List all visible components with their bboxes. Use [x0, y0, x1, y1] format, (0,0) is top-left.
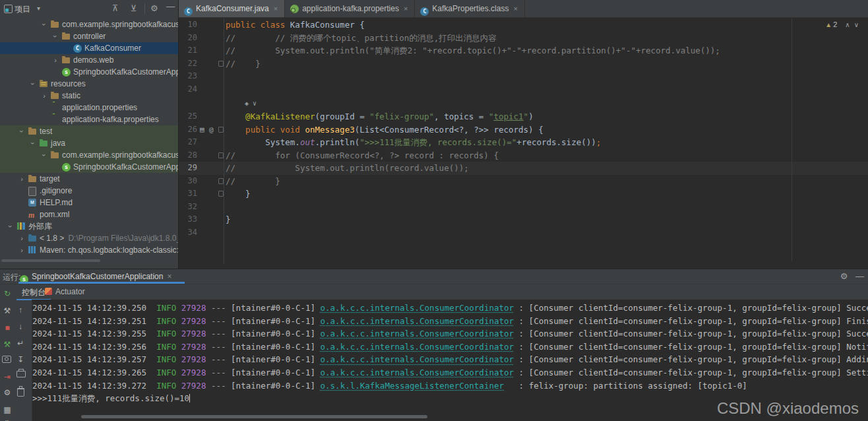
- thread-dump-camera-icon[interactable]: [2, 356, 11, 363]
- code-line[interactable]: 29// System.out.println(record.value());: [179, 162, 868, 175]
- tree-item[interactable]: ›demos.web: [0, 54, 178, 66]
- close-icon[interactable]: ×: [404, 5, 408, 13]
- chevron-right-icon[interactable]: ›: [51, 54, 59, 66]
- tree-item[interactable]: ›controller: [0, 30, 178, 42]
- code-area[interactable]: 10public class KafkaConsumer {20// // 消费…: [179, 18, 868, 269]
- code-line[interactable]: 33}: [179, 213, 868, 226]
- tree-item[interactable]: ›java: [0, 137, 178, 149]
- chevron-down-icon[interactable]: ›: [27, 139, 39, 147]
- gear-icon[interactable]: ⚙: [840, 271, 848, 281]
- line-number: 22: [179, 57, 197, 71]
- expand-all-icon[interactable]: ⊼: [112, 3, 119, 13]
- tree-item[interactable]: sSpringbootKafkaCustomerApp: [0, 161, 178, 173]
- code-line[interactable]: 10public class KafkaConsumer {: [179, 18, 868, 32]
- close-icon[interactable]: ×: [167, 272, 171, 281]
- fold-marker-icon[interactable]: [218, 191, 224, 197]
- code-line[interactable]: 27 System.out.println(">>>111批量消费, recor…: [179, 136, 868, 149]
- tab-actuator[interactable]: Actuator: [55, 287, 85, 296]
- tree-item[interactable]: ›< 1.8 >D:\Program Files\Java\jdk1.8.0_3…: [0, 232, 178, 244]
- tree-item[interactable]: ›test: [0, 125, 178, 137]
- tree-item[interactable]: sSpringbootKafkaCustomerApp: [0, 66, 178, 78]
- more-icon[interactable]: »: [2, 416, 13, 421]
- chevron-right-icon[interactable]: ›: [40, 90, 48, 102]
- soft-wrap-icon[interactable]: ↵: [15, 338, 26, 348]
- kafka-listener-gutter-icon[interactable]: ▤: [200, 123, 204, 137]
- chevron-down-icon[interactable]: ›: [38, 151, 50, 159]
- settings-gear-icon[interactable]: ⚙: [2, 387, 13, 398]
- close-icon[interactable]: ×: [274, 5, 278, 13]
- tree-item[interactable]: ›com.example.springbootkafkacus: [0, 149, 178, 161]
- tree-item[interactable]: ›resources: [0, 78, 178, 90]
- tree-item[interactable]: application-kafka.properties: [0, 113, 178, 125]
- run-panel-header: 运行: sSpringbootKafkaCustomerApplication×…: [0, 269, 868, 284]
- prev-warning-icon[interactable]: ∧: [845, 21, 850, 28]
- console-horizontal-scrollbar[interactable]: [81, 415, 427, 418]
- editor-tab[interactable]: CKafkaConsumer.java×: [179, 0, 285, 17]
- chevron-down-icon[interactable]: ›: [16, 127, 28, 135]
- fold-marker-icon[interactable]: [218, 152, 224, 158]
- down-icon[interactable]: ↓: [15, 321, 26, 332]
- code-line[interactable]: 23: [179, 70, 868, 83]
- tree-item[interactable]: mpom.xml: [0, 209, 178, 220]
- up-icon[interactable]: ↑: [15, 305, 26, 315]
- tree-item[interactable]: application.properties: [0, 102, 178, 113]
- hide-panel-icon[interactable]: —: [166, 1, 175, 11]
- scroll-end-icon[interactable]: ↧: [15, 354, 26, 365]
- inspections-widget[interactable]: ▲2∧∨: [825, 20, 859, 28]
- chevron-right-icon[interactable]: ›: [18, 244, 26, 256]
- chevron-down-icon[interactable]: ›: [27, 80, 39, 88]
- project-panel-header: 项目 ▾ ⊼ ⊻ ⚙ —: [0, 0, 178, 17]
- console-tab-bar: 控制台 Actuator: [0, 284, 868, 300]
- tree-item[interactable]: ›com.example.springbootkafkacus: [0, 18, 178, 30]
- hide-panel-icon[interactable]: —: [855, 271, 864, 281]
- next-warning-icon[interactable]: ∨: [854, 21, 859, 28]
- code-line[interactable]: 32: [179, 201, 868, 214]
- tree-item[interactable]: ›外部库: [0, 220, 178, 232]
- code-line[interactable]: 34: [179, 226, 868, 240]
- code-line[interactable]: 28// for (ConsumerRecord<?, ?> record : …: [179, 149, 868, 162]
- fold-marker-icon[interactable]: [218, 127, 224, 133]
- tree-horizontal-scrollbar[interactable]: [1, 259, 100, 262]
- rerun-icon[interactable]: ↻: [2, 288, 13, 299]
- tree-item[interactable]: ›Maven: ch.qos.logback:logback-classic:1…: [0, 244, 178, 256]
- tab-console[interactable]: 控制台: [22, 287, 46, 298]
- update-app-icon[interactable]: ⚒: [2, 339, 13, 350]
- kafka-inlay-icon[interactable]: ◈ ∨: [245, 96, 257, 111]
- chevron-right-icon[interactable]: ›: [18, 232, 26, 244]
- log-timestamp: 2024-11-15 14:12:39.256: [32, 342, 146, 352]
- clear-icon[interactable]: [17, 388, 24, 397]
- code-line[interactable]: 26▤@ public void onMessage3(List<Consume…: [179, 123, 868, 137]
- code-line[interactable]: 22// }: [179, 57, 868, 71]
- tree-item[interactable]: MHELP.md: [0, 197, 178, 209]
- code-line[interactable]: 30// }: [179, 175, 868, 188]
- editor-tab[interactable]: CKafkaProperties.class×: [415, 0, 525, 17]
- tree-item[interactable]: ›static: [0, 90, 178, 102]
- gear-icon[interactable]: ⚙: [150, 3, 158, 13]
- code-line[interactable]: 21// System.out.println("简单消费2: "+record…: [179, 44, 868, 57]
- chevron-down-icon[interactable]: ›: [49, 32, 61, 40]
- fold-marker-icon[interactable]: [218, 61, 224, 67]
- collapse-all-icon[interactable]: ⊻: [131, 3, 137, 13]
- code-line[interactable]: 31 }: [179, 187, 868, 201]
- log-timestamp: 2024-11-15 14:12:39.272: [32, 381, 146, 391]
- layout-icon[interactable]: ▦: [2, 405, 13, 415]
- code-line[interactable]: 25 @KafkaListener(groupId = "felix-group…: [179, 110, 868, 123]
- exit-icon[interactable]: ⇥: [2, 372, 13, 382]
- project-panel-title[interactable]: 项目: [15, 4, 30, 15]
- fold-marker-icon[interactable]: [218, 178, 224, 184]
- close-icon[interactable]: ×: [513, 5, 517, 13]
- tree-item[interactable]: .gitignore: [0, 185, 178, 197]
- stop-icon[interactable]: ■: [2, 323, 13, 333]
- code-line[interactable]: 24: [179, 83, 868, 96]
- editor-tab[interactable]: application-kafka.properties×: [285, 0, 415, 17]
- chevron-right-icon[interactable]: ›: [18, 173, 26, 185]
- print-icon[interactable]: [16, 371, 26, 377]
- tree-item[interactable]: CKafkaConsumer: [0, 42, 178, 54]
- wrench-icon[interactable]: ⚒: [2, 306, 13, 316]
- chevron-down-icon[interactable]: ›: [5, 222, 16, 230]
- project-tool-icon[interactable]: [4, 5, 13, 13]
- project-dropdown-icon[interactable]: ▾: [37, 5, 40, 12]
- code-line[interactable]: 20// // 消费的哪个topic、partition的消息,打印出消息内容: [179, 32, 868, 45]
- chevron-down-icon[interactable]: ›: [38, 20, 50, 28]
- tree-item[interactable]: ›target: [0, 173, 178, 185]
